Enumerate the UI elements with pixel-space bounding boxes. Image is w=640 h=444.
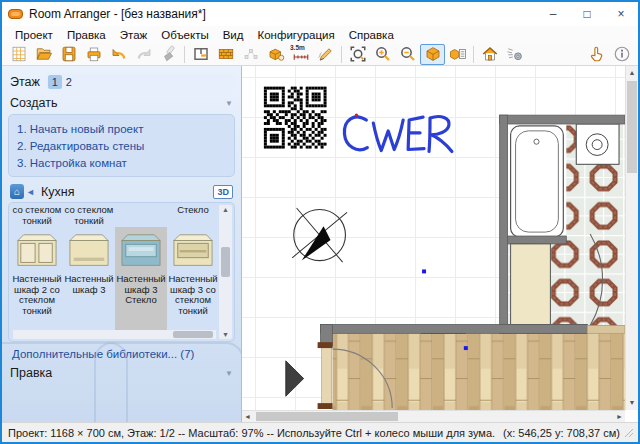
- library-item-label: Настенный шкаф 3: [63, 274, 115, 295]
- library-item[interactable]: Настенный шкаф 3: [63, 227, 115, 339]
- toolbar-view-3d[interactable]: [420, 44, 445, 65]
- canvas-horizontal-scrollbar[interactable]: ◄ ►: [242, 410, 625, 422]
- library-item[interactable]: Настенный шкаф 3 Стекло: [115, 227, 167, 339]
- toolbar-walkthrough[interactable]: [477, 44, 502, 65]
- draw-icon: [317, 45, 335, 63]
- floor-tab-1[interactable]: 1: [48, 75, 62, 89]
- toolbar: 3.5m: [2, 43, 638, 66]
- selection-point[interactable]: [464, 346, 468, 350]
- toolbar-zoom-in[interactable]: [370, 44, 395, 65]
- create-step-3[interactable]: 3. Настройка комнат: [17, 154, 226, 171]
- toolbar-edit-walls[interactable]: [213, 44, 238, 65]
- toolbar-object-list[interactable]: [445, 44, 470, 65]
- pointer-mode-icon: [588, 45, 606, 63]
- zoom-selection-icon: [349, 45, 367, 63]
- toolbar-edit-rooms[interactable]: [188, 44, 213, 65]
- toolbar-redo[interactable]: [131, 44, 156, 65]
- library-item-label-clipped: со стеклом тонкий: [63, 205, 115, 226]
- create-step-2[interactable]: 2. Редактировать стены: [17, 137, 226, 154]
- section-create[interactable]: Создать ▼: [10, 96, 233, 110]
- redo-icon: [135, 45, 153, 63]
- washing-machine[interactable]: [576, 124, 619, 164]
- qr-code[interactable]: CWER: [264, 87, 327, 149]
- door-threshold[interactable]: [587, 325, 625, 333]
- toolbar-format-painter[interactable]: [156, 44, 181, 65]
- menu-view[interactable]: Вид: [216, 28, 251, 42]
- create-step-1[interactable]: 1. Начать новый проект: [17, 120, 226, 137]
- scroll-down-icon[interactable]: ▼: [626, 397, 638, 409]
- insert-object-icon: [267, 45, 285, 63]
- toolbar-save-project[interactable]: [56, 44, 81, 65]
- floor-plan-canvas[interactable]: CWER: [242, 66, 638, 422]
- scroll-right-icon[interactable]: ►: [616, 411, 623, 423]
- toolbar-print[interactable]: [81, 44, 106, 65]
- library-item[interactable]: Настенный шкаф 3 со стеклом тонкий: [167, 227, 219, 339]
- floor-tab-2[interactable]: 2: [62, 75, 76, 89]
- cabinet[interactable]: [511, 244, 551, 325]
- scroll-left-icon[interactable]: ◄: [244, 411, 251, 423]
- scrollbar-thumb[interactable]: [221, 247, 230, 277]
- toolbar-insert-object[interactable]: [263, 44, 288, 65]
- menu-help[interactable]: Справка: [342, 28, 401, 42]
- title-bar[interactable]: Room Arranger - [без названия*] – □ ×: [2, 2, 638, 26]
- print-icon: [85, 45, 103, 63]
- library-back-icon[interactable]: ◄: [26, 187, 35, 197]
- library-3d-button[interactable]: 3D: [213, 185, 233, 199]
- library-vertical-scrollbar[interactable]: ▲ ▼: [219, 205, 232, 339]
- menu-configuration[interactable]: Конфигурация: [251, 28, 342, 42]
- minimize-button[interactable]: –: [536, 2, 570, 26]
- collapse-arrow-icon[interactable]: ▼: [225, 99, 233, 108]
- app-window: Room Arranger - [без названия*] – □ × Пр…: [0, 0, 640, 444]
- compass-symbol[interactable]: [269, 185, 370, 285]
- maximize-button[interactable]: □: [570, 2, 604, 26]
- handwritten-text-cwer[interactable]: [344, 117, 452, 152]
- toolbar-edit-points[interactable]: [238, 44, 263, 65]
- scroll-up-icon[interactable]: ▲: [626, 67, 638, 79]
- scrollbar-thumb[interactable]: [173, 331, 213, 338]
- toolbar-new-project[interactable]: [6, 44, 31, 65]
- resize-grip[interactable]: [624, 428, 634, 438]
- toolbar-about[interactable]: [609, 44, 634, 65]
- menu-floor[interactable]: Этаж: [113, 28, 155, 42]
- scroll-down-icon[interactable]: ▼: [219, 331, 232, 338]
- selection-point[interactable]: [422, 269, 426, 273]
- scrollbar-thumb[interactable]: [627, 81, 637, 173]
- toolbar-zoom-selection[interactable]: [345, 44, 370, 65]
- format-painter-icon: [160, 45, 178, 63]
- scrollbar-thumb[interactable]: [256, 412, 398, 421]
- measure-badge: 3.5m: [290, 44, 305, 51]
- cabinet-thumbnail: [116, 231, 166, 271]
- cabinet-thumbnail: [168, 231, 218, 271]
- toolbar-open-project[interactable]: [31, 44, 56, 65]
- walkthrough-icon: [481, 45, 499, 63]
- arrow-object[interactable]: [286, 361, 304, 396]
- toolbar-separator: [184, 46, 185, 63]
- edit-walls-icon: [217, 45, 235, 63]
- library-item-label-clipped: со стеклом тонкий: [11, 205, 63, 226]
- menu-objects[interactable]: Объекты: [154, 28, 215, 42]
- bathtub[interactable]: [511, 126, 564, 237]
- menu-project[interactable]: Проект: [8, 28, 60, 42]
- canvas-vertical-scrollbar[interactable]: ▲ ▼: [625, 66, 638, 410]
- plan-area[interactable]: CWER: [242, 66, 625, 410]
- toolbar-measure[interactable]: 3.5m: [288, 44, 313, 65]
- bathroom[interactable]: [508, 124, 625, 326]
- library-home-icon[interactable]: ⌂: [10, 184, 24, 199]
- toolbar-undo[interactable]: [106, 44, 131, 65]
- close-button[interactable]: ×: [604, 2, 638, 26]
- library-item[interactable]: Настенный шкаф 2 со стеклом тонкий: [11, 227, 63, 339]
- scroll-up-icon[interactable]: ▲: [219, 206, 232, 213]
- floor-plan[interactable]: CWER: [242, 66, 625, 410]
- status-bar: Проект: 1168 × 700 см, Этаж: 1/2 -- Масш…: [2, 422, 638, 442]
- toolbar-pointer-mode[interactable]: [584, 44, 609, 65]
- toolbar-draw[interactable]: [313, 44, 338, 65]
- menu-edit[interactable]: Правка: [60, 28, 113, 42]
- toolbar-zoom-out[interactable]: [395, 44, 420, 65]
- library-horizontal-scrollbar[interactable]: [13, 330, 216, 339]
- toolbar-walk-settings[interactable]: [502, 44, 527, 65]
- menu-bar: ПроектПравкаЭтажОбъектыВидКонфигурацияСп…: [2, 26, 638, 43]
- library-item-label: Настенный шкаф 3 со стеклом тонкий: [167, 274, 219, 316]
- toolbar-separator: [341, 46, 342, 63]
- cursor-coordinates: (x: 546,25 y: 708,37 см): [503, 427, 620, 439]
- door-jamb: [318, 342, 333, 409]
